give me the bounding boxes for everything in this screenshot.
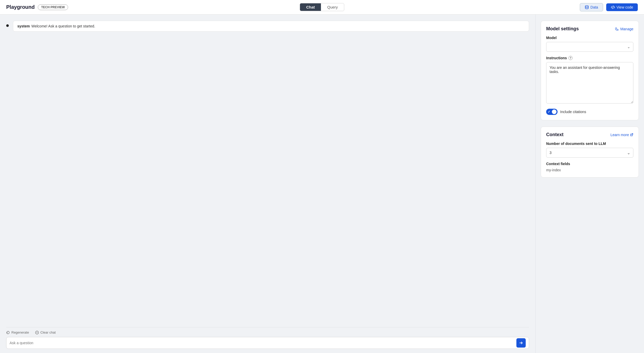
app-header: Playground TECH PREVIEW Chat Query Data …	[0, 0, 644, 14]
svg-point-0	[585, 5, 588, 7]
tab-group: Chat Query	[300, 3, 344, 11]
main-layout: systemWelcome! Ask a question to get sta…	[0, 14, 644, 353]
tab-chat[interactable]: Chat	[300, 3, 321, 11]
tech-preview-badge: TECH PREVIEW	[38, 4, 68, 10]
num-docs-select[interactable]: 1 2 3 4 5	[546, 148, 633, 158]
context-fields-label: Context fields	[546, 162, 633, 166]
regenerate-button[interactable]: Regenerate	[6, 330, 29, 334]
model-select-wrapper: ⌄	[546, 42, 633, 52]
clear-chat-label: Clear chat	[40, 330, 56, 334]
instructions-field-label: Instructions ?	[546, 56, 633, 60]
model-select[interactable]	[546, 42, 633, 52]
context-section: Context Learn more Number of documents s…	[541, 127, 639, 178]
message-dot	[6, 24, 9, 27]
learn-more-link[interactable]: Learn more	[610, 133, 633, 137]
context-section-header: Context Learn more	[546, 132, 633, 137]
manage-link[interactable]: Manage	[615, 27, 633, 31]
data-button-label: Data	[590, 5, 598, 9]
chat-messages: systemWelcome! Ask a question to get sta…	[6, 21, 529, 325]
regenerate-icon	[6, 331, 10, 334]
send-icon	[519, 341, 523, 345]
data-button[interactable]: Data	[580, 3, 603, 11]
index-name: my-index	[546, 168, 633, 172]
message-bubble: systemWelcome! Ask a question to get sta…	[13, 21, 529, 32]
code-icon	[611, 5, 615, 9]
settings-panel: Model settings Manage Model ⌄ Instructio	[535, 14, 644, 353]
citations-label: Include citations	[560, 110, 586, 114]
model-settings-section: Model settings Manage Model ⌄ Instructio	[541, 21, 639, 120]
system-label: system	[17, 24, 30, 28]
chat-input[interactable]	[10, 337, 516, 349]
send-button[interactable]	[516, 338, 526, 348]
checkmark-icon: ✓	[548, 110, 550, 114]
toggle-row: ✓ Include citations	[546, 109, 633, 115]
num-docs-label: Number of documents sent to LLM	[546, 142, 633, 146]
chat-footer: Regenerate Clear chat	[6, 327, 529, 353]
model-field-label: Model	[546, 36, 633, 40]
chat-actions: Regenerate Clear chat	[6, 330, 529, 334]
app-title: Playground	[6, 4, 35, 10]
regenerate-label: Regenerate	[11, 330, 29, 334]
citations-toggle[interactable]: ✓	[546, 109, 558, 115]
clear-chat-button[interactable]: Clear chat	[35, 330, 56, 334]
manage-label: Manage	[620, 27, 633, 31]
context-title: Context	[546, 132, 564, 137]
chat-panel: systemWelcome! Ask a question to get sta…	[0, 14, 535, 353]
view-code-button[interactable]: View code	[606, 3, 638, 11]
clear-icon	[35, 331, 39, 334]
learn-more-label: Learn more	[610, 133, 629, 137]
help-icon[interactable]: ?	[568, 56, 573, 60]
phone-icon	[615, 27, 619, 31]
model-settings-header: Model settings Manage	[546, 26, 633, 32]
chat-input-wrapper	[6, 337, 529, 349]
view-code-button-label: View code	[617, 5, 633, 9]
tab-query[interactable]: Query	[321, 3, 344, 11]
model-settings-title: Model settings	[546, 26, 579, 32]
num-docs-select-wrapper: 1 2 3 4 5 ⌄	[546, 148, 633, 158]
system-message-text: Welcome! Ask a question to get started.	[31, 24, 95, 28]
header-left: Playground TECH PREVIEW	[6, 4, 68, 10]
header-right: Data View code	[580, 3, 638, 11]
instructions-textarea[interactable]: You are an assistant for question-answer…	[546, 62, 633, 104]
external-link-icon	[630, 133, 633, 136]
message-row: systemWelcome! Ask a question to get sta…	[6, 21, 529, 32]
database-icon	[585, 5, 589, 9]
